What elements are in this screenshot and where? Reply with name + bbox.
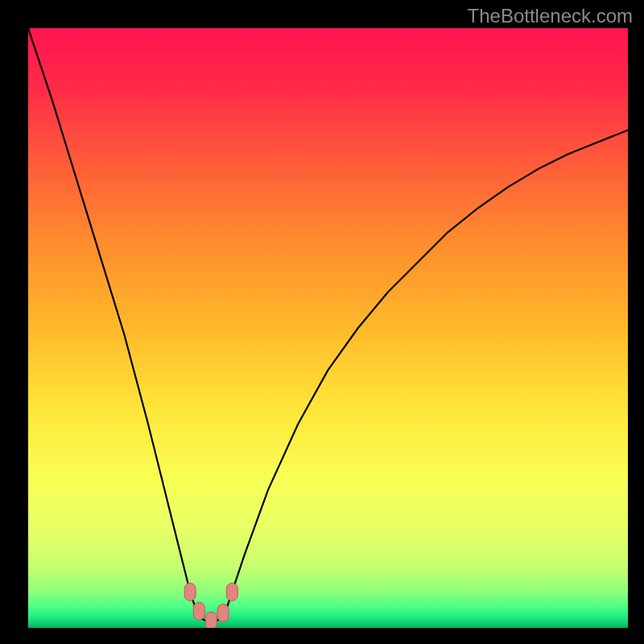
marker-point	[184, 583, 196, 601]
marker-point	[217, 604, 229, 621]
plot-area	[28, 28, 628, 628]
marker-point	[193, 602, 204, 620]
marker-point	[205, 612, 217, 628]
chart-frame: TheBottleneck.com	[0, 0, 644, 644]
bottleneck-curve	[28, 28, 628, 628]
watermark-label: TheBottleneck.com	[468, 5, 633, 27]
marker-point	[226, 583, 237, 601]
